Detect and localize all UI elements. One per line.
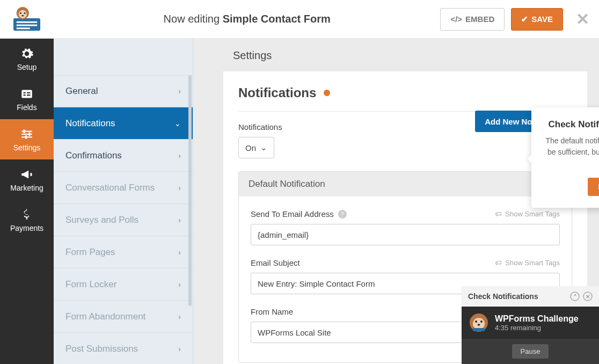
subnav-conversational[interactable]: Conversational Forms›	[54, 172, 193, 204]
svg-rect-15	[21, 133, 32, 134]
tag-icon: 🏷	[495, 210, 502, 218]
svg-rect-19	[25, 135, 27, 139]
rail-label: Settings	[13, 143, 41, 152]
chevron-down-icon: ⌄	[174, 119, 181, 128]
close-icon[interactable]: ✕	[583, 292, 593, 301]
svg-rect-12	[27, 92, 31, 93]
challenge-remaining: 4:35 remaining	[495, 324, 579, 332]
embed-icon: </>	[450, 14, 462, 24]
field-label-subject: Email Subject	[251, 258, 300, 267]
rail-fields[interactable]: Fields	[0, 79, 54, 119]
svg-point-8	[21, 15, 24, 17]
chevron-right-icon: ›	[178, 280, 181, 289]
pause-button[interactable]: Pause	[512, 344, 549, 359]
check-icon: ✔	[521, 14, 528, 24]
settings-subnav: General› Notifications⌄ Confirmations› C…	[54, 39, 193, 364]
notifications-toggle[interactable]: On ⌄	[238, 137, 274, 158]
tag-icon: 🏷	[495, 259, 502, 267]
save-label: SAVE	[531, 14, 553, 24]
challenge-widget: Check Notifications ˄ ✕ WPForms Challeng…	[462, 286, 599, 364]
popover-done-button[interactable]: Done	[588, 178, 600, 196]
status-dot-icon	[324, 90, 330, 96]
challenge-body: WPForms Challenge 4:35 remaining	[462, 307, 599, 339]
challenge-title: WPForms Challenge	[495, 314, 579, 324]
minimize-icon[interactable]: ˄	[570, 292, 580, 301]
subnav-postsub[interactable]: Post Submissions›	[54, 333, 193, 364]
top-bar: Now editing Simple Contact Form </> EMBE…	[0, 0, 599, 39]
chevron-right-icon: ›	[178, 87, 181, 96]
svg-point-23	[480, 321, 483, 323]
subnav-general[interactable]: General›	[54, 75, 193, 107]
chevron-right-icon: ›	[178, 216, 181, 224]
rail-setup[interactable]: Setup	[0, 39, 54, 79]
bullhorn-icon	[20, 168, 34, 181]
subnav-abandon[interactable]: Form Abandonment›	[54, 301, 193, 333]
svg-point-22	[475, 321, 477, 323]
svg-point-5	[19, 10, 27, 18]
chevron-right-icon: ›	[178, 151, 181, 160]
svg-rect-11	[24, 94, 26, 96]
svg-point-21	[473, 318, 485, 330]
close-icon[interactable]: ✕	[576, 10, 589, 28]
card-title: Default Notification	[249, 179, 325, 190]
rail-label: Payments	[10, 224, 43, 232]
svg-point-24	[478, 324, 480, 325]
app-logo	[0, 6, 54, 33]
field-label-from: From Name	[251, 307, 293, 316]
editing-form-name: Simple Contact Form	[223, 13, 331, 25]
rail-settings[interactable]: Settings	[0, 119, 54, 159]
embed-button[interactable]: </> EMBED	[440, 8, 505, 31]
rail-marketing[interactable]: Marketing	[0, 159, 54, 200]
subnav-confirmations[interactable]: Confirmations›	[54, 140, 193, 172]
subnav-surveys[interactable]: Surveys and Polls›	[54, 204, 193, 236]
scrollbar[interactable]	[188, 75, 192, 306]
mascot-icon	[469, 313, 488, 332]
chevron-right-icon: ›	[178, 312, 181, 321]
chevron-right-icon: ›	[178, 345, 181, 353]
editing-prefix: Now editing	[164, 13, 220, 25]
svg-rect-13	[27, 94, 31, 96]
chevron-down-icon: ⌄	[260, 143, 267, 152]
svg-rect-18	[28, 132, 30, 136]
popover-title: Check Notification Settings	[542, 119, 599, 130]
svg-rect-9	[21, 90, 32, 98]
panel-title: Notifications	[223, 85, 587, 100]
subnav-notifications[interactable]: Notifications⌄	[54, 107, 193, 140]
nav-rail: Setup Fields Settings Marketing Payments	[0, 39, 54, 364]
subnav-formlocker[interactable]: Form Locker›	[54, 268, 193, 301]
rail-label: Marketing	[10, 184, 43, 192]
dollar-icon	[20, 208, 34, 222]
rail-label: Fields	[17, 103, 36, 112]
svg-rect-2	[17, 24, 37, 26]
challenge-step: Check Notifications ˄ ✕	[462, 286, 599, 307]
svg-rect-14	[21, 130, 32, 132]
hint-popover: Check Notification Settings The default …	[531, 107, 599, 208]
svg-rect-3	[17, 27, 30, 29]
field-label-sendto: Send To Email Address ?	[251, 209, 347, 219]
svg-rect-25	[473, 328, 485, 331]
settings-header: Settings	[193, 39, 599, 71]
svg-rect-17	[24, 129, 25, 133]
svg-point-7	[24, 12, 26, 13]
svg-rect-1	[17, 21, 37, 23]
svg-point-6	[20, 12, 21, 13]
gear-icon	[20, 47, 34, 61]
svg-rect-10	[24, 92, 26, 93]
sliders-icon	[20, 127, 34, 141]
rail-payments[interactable]: Payments	[0, 200, 54, 240]
popover-body: The default notification settings might …	[542, 135, 599, 169]
chevron-right-icon: ›	[178, 248, 181, 257]
editing-title: Now editing Simple Contact Form	[54, 13, 440, 25]
chevron-right-icon: ›	[178, 184, 181, 192]
send-to-input[interactable]	[251, 224, 560, 245]
smart-tags-link[interactable]: 🏷 Show Smart Tags	[495, 210, 560, 218]
rail-label: Setup	[17, 63, 37, 71]
help-icon[interactable]: ?	[338, 210, 347, 219]
card-header: Default Notification ✎ ˄	[239, 172, 572, 196]
save-button[interactable]: ✔ SAVE	[511, 8, 563, 31]
subnav-formpages[interactable]: Form Pages›	[54, 236, 193, 268]
list-icon	[20, 87, 34, 101]
smart-tags-link[interactable]: 🏷 Show Smart Tags	[495, 259, 560, 267]
embed-label: EMBED	[465, 14, 494, 24]
